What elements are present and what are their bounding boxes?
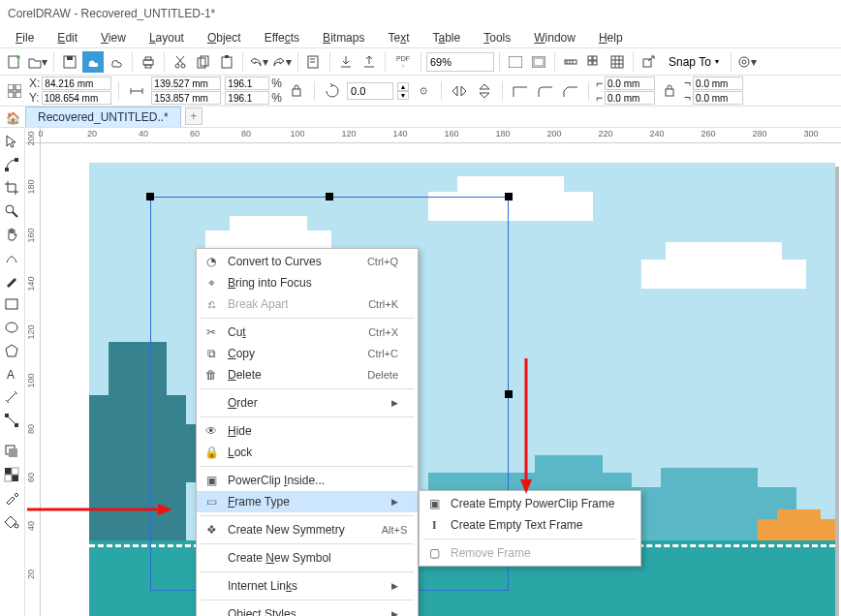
ctx-frame-type[interactable]: ▭Frame Type▶ [197, 491, 418, 512]
rotation-input[interactable] [347, 82, 393, 100]
undo-button[interactable]: ▾ [248, 51, 269, 73]
ctx-cut[interactable]: ✂CutCtrl+X [197, 322, 418, 343]
ctx-powerclip-inside[interactable]: ▣PowerClip Inside... [197, 470, 418, 491]
sy-input[interactable] [225, 91, 269, 105]
snap-to-button[interactable]: Snap To▾ [662, 51, 726, 73]
guides-button[interactable] [607, 51, 628, 73]
redo-button[interactable]: ▾ [271, 51, 293, 73]
add-tab-button[interactable]: + [185, 108, 202, 125]
menu-view[interactable]: View [91, 29, 136, 46]
sel-handle-tr[interactable] [505, 193, 513, 200]
zoom-tool[interactable] [0, 200, 23, 223]
pick-tool[interactable] [0, 130, 23, 153]
pan-tool[interactable] [0, 223, 23, 246]
corner-tl-input[interactable] [605, 77, 655, 90]
crop-tool[interactable] [0, 176, 23, 200]
ctx-internet-links[interactable]: Internet Links▶ [197, 575, 418, 597]
options-button[interactable]: ▾ [736, 51, 758, 73]
menu-effects[interactable]: Effects [255, 29, 309, 46]
freehand-tool[interactable] [0, 246, 23, 269]
print-button[interactable] [138, 51, 159, 73]
rot-up[interactable]: ▲ [397, 82, 409, 91]
menu-layout[interactable]: Layout [140, 29, 194, 46]
ctx-lock[interactable]: 🔒Lock [197, 442, 418, 463]
ctx-object-styles[interactable]: Object Styles▶ [197, 603, 418, 616]
ctx-hide[interactable]: 👁Hide [197, 420, 418, 442]
w-input[interactable] [151, 77, 221, 90]
cut-button[interactable] [170, 51, 191, 73]
rulers-button[interactable] [560, 51, 581, 73]
zoom-select[interactable] [426, 52, 494, 72]
menu-tools[interactable]: Tools [474, 29, 520, 46]
menu-edit[interactable]: Edit [47, 29, 87, 46]
new-doc-button[interactable] [4, 51, 25, 73]
rot-down[interactable]: ▼ [397, 91, 409, 100]
sel-handle-tm[interactable] [326, 193, 333, 200]
rot-center-button[interactable]: ⊙ [413, 80, 434, 102]
sx-input[interactable] [225, 77, 269, 90]
ctx-convert-to-curves[interactable]: ◔Convert to CurvesCtrl+Q [197, 251, 418, 272]
corner-round-button[interactable] [535, 80, 556, 102]
canvas[interactable]: ◔Convert to CurvesCtrl+Q ⌖Bring into Foc… [41, 143, 841, 616]
import-button[interactable] [335, 51, 357, 73]
transparency-tool[interactable] [0, 463, 23, 486]
sel-handle-mr[interactable] [505, 390, 513, 398]
y-input[interactable] [42, 91, 111, 105]
ctx-create-symmetry[interactable]: ❖Create New SymmetryAlt+S [197, 519, 418, 540]
lock-ratio-button[interactable] [286, 80, 307, 102]
presets-icon[interactable] [4, 80, 25, 102]
sel-handle-tl[interactable] [146, 193, 154, 200]
menu-window[interactable]: Window [524, 29, 585, 46]
h-input[interactable] [151, 91, 221, 105]
corner-tr-input[interactable] [693, 77, 743, 90]
polygon-tool[interactable] [0, 339, 23, 362]
open-button[interactable]: ▾ [27, 51, 48, 73]
launch-button[interactable] [639, 51, 660, 73]
save-button[interactable] [59, 51, 80, 73]
corner-lock-button[interactable] [659, 80, 680, 102]
cloud-save-button[interactable] [82, 51, 104, 73]
menu-object[interactable]: Object [198, 29, 251, 46]
document-tab[interactable]: Recovered_UNTITLED..* [25, 107, 181, 127]
ctx-copy[interactable]: ⧉CopyCtrl+C [197, 343, 418, 364]
ruler-vertical[interactable]: 200180160140120100806040200 [25, 143, 41, 616]
cloud-open-button[interactable] [106, 51, 127, 73]
ruler-horizontal[interactable]: 0204060801001201401601802002202402602803… [41, 128, 841, 143]
menu-text[interactable]: Text [378, 29, 419, 46]
export-button[interactable] [358, 51, 380, 73]
home-icon[interactable]: 🏠 [4, 109, 21, 127]
eyedropper-tool[interactable] [0, 486, 23, 509]
corner-bl-input[interactable] [605, 91, 655, 105]
text-tool[interactable]: A [0, 362, 23, 385]
shape-tool[interactable] [0, 153, 23, 176]
x-input[interactable] [42, 77, 111, 90]
menu-file[interactable]: File [6, 29, 44, 46]
fill-tool[interactable] [0, 509, 23, 533]
corner-br-input[interactable] [693, 91, 743, 105]
ctx-delete[interactable]: 🗑DeleteDelete [197, 364, 418, 385]
sub-empty-powerclip[interactable]: ▣Create Empty PowerClip Frame [420, 493, 640, 514]
parallel-dim-tool[interactable] [0, 385, 23, 409]
drop-shadow-tool[interactable] [0, 440, 23, 463]
menu-table[interactable]: Table [423, 29, 471, 46]
pdf-button[interactable]: PDF↓ [390, 51, 416, 73]
fullscreen-button[interactable] [505, 51, 526, 73]
menu-bitmaps[interactable]: Bitmaps [313, 29, 374, 46]
mirror-v-button[interactable] [474, 80, 495, 102]
ctx-bring-into-focus[interactable]: ⌖Bring into Focus [197, 272, 418, 293]
copy-button[interactable] [193, 51, 214, 73]
artistic-media-tool[interactable] [0, 269, 23, 293]
grid-button[interactable] [583, 51, 605, 73]
rectangle-tool[interactable] [0, 293, 23, 316]
connector-tool[interactable] [0, 409, 23, 432]
menu-help[interactable]: Help [589, 29, 633, 46]
ctx-create-symbol[interactable]: Create New Symbol [197, 547, 418, 569]
preview-button[interactable] [528, 51, 549, 73]
sub-empty-text[interactable]: 𝐈Create Empty Text Frame [420, 514, 640, 536]
mirror-h-button[interactable] [449, 80, 470, 102]
ellipse-tool[interactable] [0, 316, 23, 339]
paste-button[interactable] [216, 51, 237, 73]
corner-chamfer-button[interactable] [560, 80, 581, 102]
corner-none-button[interactable] [510, 80, 531, 102]
ctx-order[interactable]: Order▶ [197, 392, 418, 414]
